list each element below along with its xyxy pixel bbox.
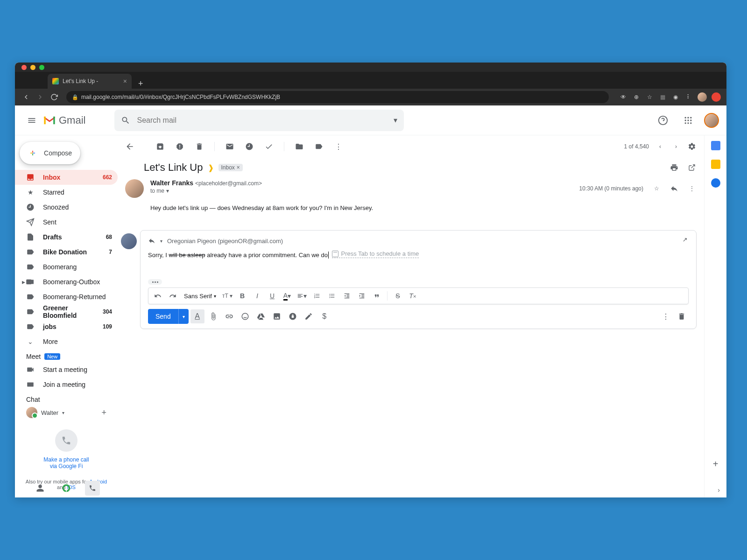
snooze-button[interactable] — [245, 142, 254, 151]
align-button[interactable]: ▾ — [296, 290, 309, 302]
sidebar-item-drafts[interactable]: Drafts68 — [15, 230, 118, 245]
search-input[interactable] — [137, 116, 394, 125]
url-field[interactable]: 🔒 mail.google.com/mail/u/0/#inbox/QgrcJH… — [66, 91, 609, 103]
settings-button[interactable] — [687, 142, 697, 151]
extension-badge-icon[interactable] — [712, 92, 721, 102]
popout-compose-button[interactable] — [679, 236, 689, 245]
browser-tab-active[interactable]: Let's Link Up - × — [48, 74, 132, 89]
sidebar-item-boomerang-returned[interactable]: Boomerang-Returned — [15, 289, 118, 304]
account-avatar[interactable] — [704, 113, 719, 128]
sidebar-item-starred[interactable]: ★Starred — [15, 185, 118, 200]
indent-more-button[interactable] — [355, 290, 368, 302]
apps-button[interactable] — [679, 111, 698, 130]
message-more-button[interactable]: ⋮ — [687, 184, 697, 193]
hide-panel-button[interactable]: › — [718, 486, 720, 494]
important-marker-icon[interactable]: ❱ — [208, 163, 214, 172]
insert-emoji-button[interactable] — [238, 309, 252, 323]
tasks-addon-icon[interactable] — [711, 178, 720, 188]
show-trimmed-button[interactable] — [148, 279, 162, 285]
chrome-profile-avatar[interactable] — [698, 92, 707, 102]
contacts-tab[interactable] — [33, 481, 48, 496]
sidebar-item-greener-bloomfield[interactable]: Greener Bloomfield304 — [15, 304, 118, 319]
print-button[interactable] — [669, 163, 679, 172]
compose-button[interactable]: Compose — [20, 142, 80, 164]
popout-button[interactable] — [687, 163, 697, 172]
add-addon-button[interactable]: + — [713, 459, 719, 469]
send-options-dropdown[interactable]: ▾ — [178, 309, 189, 324]
more-button[interactable]: ⋮ — [334, 142, 343, 151]
extension-eye-icon[interactable]: 👁 — [619, 93, 627, 101]
inbox-label-chip[interactable]: Inbox× — [218, 164, 243, 171]
move-to-button[interactable] — [295, 142, 304, 151]
main-menu-button[interactable] — [22, 111, 41, 130]
sidebar-item-jobs[interactable]: jobs109 — [15, 319, 118, 334]
extension-more-icon[interactable]: ⠇ — [684, 93, 693, 101]
fi-call-link[interactable]: Make a phone call — [24, 456, 108, 463]
insert-link-button[interactable] — [222, 309, 236, 323]
sidebar-item-bike-donation[interactable]: Bike Donation7 — [15, 245, 118, 259]
spam-button[interactable] — [175, 142, 184, 151]
numbered-list-button[interactable] — [310, 290, 324, 302]
chat-add-button[interactable]: + — [101, 408, 106, 418]
boomerang-money-button[interactable]: $ — [317, 309, 331, 323]
quote-button[interactable] — [370, 290, 383, 302]
gmail-logo[interactable]: Gmail — [43, 114, 85, 126]
star-message-button[interactable]: ☆ — [652, 184, 661, 193]
bullet-list-button[interactable] — [325, 290, 338, 302]
reload-button[interactable] — [49, 91, 60, 103]
extension-zoom-icon[interactable]: ⊕ — [632, 93, 641, 101]
add-to-tasks-button[interactable] — [264, 142, 274, 151]
reply-type-dropdown[interactable]: ▾ — [160, 238, 162, 244]
italic-button[interactable]: I — [251, 290, 264, 302]
new-tab-button[interactable]: + — [132, 79, 150, 89]
minimize-window[interactable] — [30, 65, 35, 70]
insert-photo-button[interactable] — [270, 309, 284, 323]
fi-call-link-2[interactable]: via Google Fi — [24, 463, 108, 469]
labels-button[interactable] — [314, 142, 324, 151]
sidebar-item-boomerang[interactable]: Boomerang — [15, 259, 118, 274]
close-window[interactable] — [21, 65, 27, 70]
next-message-button[interactable]: › — [671, 142, 681, 151]
schedule-hint[interactable]: Press Tab to schedule a time — [332, 250, 419, 258]
maximize-window[interactable] — [39, 65, 44, 70]
insert-signature-button[interactable] — [302, 309, 316, 323]
phone-icon[interactable] — [55, 429, 78, 452]
reply-button[interactable] — [669, 184, 679, 193]
chat-user-row[interactable]: Walter ▾ + — [15, 405, 118, 420]
bookmark-star-icon[interactable]: ☆ — [645, 93, 654, 101]
join-meeting-button[interactable]: Join a meeting — [15, 377, 118, 392]
sidebar-item-more[interactable]: ⌄More — [15, 334, 118, 349]
back-to-inbox-button[interactable] — [125, 142, 134, 151]
archive-button[interactable] — [155, 142, 165, 151]
attach-button[interactable] — [206, 309, 220, 323]
mark-unread-button[interactable] — [225, 142, 234, 151]
back-button[interactable] — [21, 91, 32, 103]
sidebar-item-inbox[interactable]: Inbox662 — [15, 170, 118, 185]
redo-button[interactable] — [166, 290, 179, 302]
insert-drive-button[interactable] — [254, 309, 268, 323]
calendar-addon-icon[interactable] — [711, 141, 720, 150]
sidebar-item-snoozed[interactable]: Snoozed — [15, 200, 118, 215]
send-button[interactable]: Send ▾ — [148, 309, 189, 324]
font-select[interactable]: Sans Serif ▾ — [181, 293, 219, 300]
phone-tab[interactable] — [85, 481, 100, 496]
discard-draft-button[interactable] — [675, 309, 689, 323]
chat-user-dropdown[interactable]: ▾ — [62, 410, 64, 415]
keep-addon-icon[interactable] — [711, 160, 720, 169]
undo-button[interactable] — [151, 290, 164, 302]
remove-formatting-button[interactable]: T× — [406, 290, 419, 302]
remove-label-icon[interactable]: × — [237, 164, 240, 171]
recipient-line[interactable]: to me▾ — [150, 188, 573, 194]
tab-close-icon[interactable]: × — [123, 77, 127, 85]
search-bar[interactable]: ▾ — [114, 110, 404, 131]
text-color-button[interactable]: A ▾ — [281, 290, 294, 302]
extension-camera-icon[interactable]: ◉ — [671, 93, 680, 101]
formatting-toggle-button[interactable]: A — [190, 309, 204, 323]
indent-less-button[interactable] — [340, 290, 353, 302]
sender-avatar[interactable] — [125, 179, 144, 198]
delete-button[interactable] — [195, 142, 204, 151]
confidential-mode-button[interactable] — [286, 309, 300, 323]
reply-recipient[interactable]: Oregonian Pigeon (pigeonOR@gmail.com) — [167, 238, 283, 245]
prev-message-button[interactable]: ‹ — [655, 142, 665, 151]
more-options-button[interactable]: ⋮ — [659, 309, 673, 323]
